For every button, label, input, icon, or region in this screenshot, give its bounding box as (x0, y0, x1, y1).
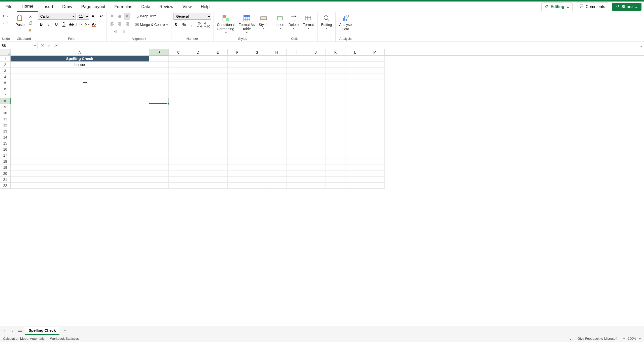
cell[interactable] (169, 98, 188, 104)
cell[interactable] (208, 62, 228, 68)
cell[interactable] (287, 98, 306, 104)
cell[interactable] (169, 122, 188, 128)
cell[interactable] (149, 62, 169, 68)
cell[interactable] (228, 86, 247, 92)
cell[interactable] (247, 86, 267, 92)
cell[interactable] (287, 116, 306, 122)
number-format-select[interactable]: General (173, 13, 211, 20)
cell[interactable] (267, 62, 287, 68)
cell[interactable] (188, 68, 208, 74)
cell[interactable] (306, 177, 326, 183)
percent-button[interactable]: % (181, 22, 188, 28)
cell[interactable] (345, 152, 365, 158)
cell[interactable] (247, 92, 267, 98)
cell[interactable] (267, 68, 287, 74)
cell[interactable] (247, 122, 267, 128)
cell[interactable] (149, 56, 169, 62)
cell[interactable] (306, 122, 326, 128)
select-all-corner[interactable] (0, 49, 11, 55)
cell[interactable] (267, 98, 287, 104)
cell[interactable] (169, 80, 188, 86)
cell[interactable] (267, 170, 287, 177)
cell[interactable] (267, 128, 287, 134)
cell[interactable] (326, 183, 345, 189)
cell[interactable] (228, 158, 247, 164)
cell[interactable] (228, 68, 247, 74)
cell[interactable] (149, 110, 169, 116)
workbook-stats-button[interactable]: Workbook Statistics (50, 337, 79, 340)
cell[interactable] (149, 74, 169, 80)
cell[interactable] (188, 140, 208, 146)
cell[interactable] (326, 152, 345, 158)
cell[interactable] (306, 158, 326, 164)
column-header[interactable]: I (287, 49, 306, 55)
cell[interactable] (345, 140, 365, 146)
italic-button[interactable]: I (46, 21, 52, 28)
cell[interactable] (365, 98, 385, 104)
cell[interactable] (188, 177, 208, 183)
cell[interactable] (149, 134, 169, 140)
cell[interactable] (365, 146, 385, 152)
share-button[interactable]: Share ⌄ (612, 3, 641, 11)
cell[interactable] (169, 74, 188, 80)
cell[interactable] (326, 92, 345, 98)
cell[interactable] (287, 164, 306, 170)
cell[interactable]: Spelling Check (11, 56, 149, 62)
cell[interactable] (267, 116, 287, 122)
cell[interactable] (188, 146, 208, 152)
cell[interactable] (345, 177, 365, 183)
cell[interactable] (365, 158, 385, 164)
cell[interactable] (208, 183, 228, 189)
cell[interactable] (11, 80, 149, 86)
tab-formulas[interactable]: Formulas (110, 2, 137, 12)
cell[interactable] (169, 116, 188, 122)
cell[interactable] (365, 56, 385, 62)
cell[interactable] (247, 164, 267, 170)
cell[interactable] (149, 122, 169, 128)
cell[interactable] (287, 122, 306, 128)
cell[interactable] (365, 116, 385, 122)
cell[interactable] (169, 134, 188, 140)
cell[interactable] (365, 183, 385, 189)
cell[interactable] (345, 122, 365, 128)
cell[interactable] (208, 152, 228, 158)
cell[interactable] (306, 183, 326, 189)
cell[interactable] (149, 86, 169, 92)
cell[interactable] (326, 62, 345, 68)
cell[interactable] (188, 128, 208, 134)
cell[interactable] (11, 140, 149, 146)
cell[interactable] (247, 116, 267, 122)
format-as-table-button[interactable]: Format As Table (237, 13, 256, 35)
cut-button[interactable] (27, 13, 34, 20)
collapse-ribbon-button[interactable]: ⌃ (639, 14, 642, 18)
cell[interactable] (287, 86, 306, 92)
cell[interactable] (326, 104, 345, 110)
cell[interactable] (267, 80, 287, 86)
cell[interactable] (267, 92, 287, 98)
cell[interactable] (208, 146, 228, 152)
cell[interactable] (149, 98, 169, 104)
cell[interactable] (228, 134, 247, 140)
row-header[interactable]: 20 (0, 170, 11, 177)
cell[interactable] (149, 128, 169, 134)
cell[interactable] (365, 170, 385, 177)
cell[interactable] (208, 68, 228, 74)
tab-review[interactable]: Review (155, 2, 178, 12)
cell[interactable] (228, 146, 247, 152)
cell[interactable] (306, 98, 326, 104)
decrease-indent-button[interactable] (113, 28, 119, 35)
cell[interactable] (267, 104, 287, 110)
column-header[interactable]: F (228, 49, 247, 55)
row-header[interactable]: 10 (0, 110, 11, 116)
cell[interactable] (365, 134, 385, 140)
cell[interactable] (247, 56, 267, 62)
cell[interactable] (228, 104, 247, 110)
cell[interactable] (228, 122, 247, 128)
cell[interactable] (169, 164, 188, 170)
merge-center-button[interactable]: Merge & Centre (133, 22, 169, 28)
cell[interactable] (306, 146, 326, 152)
cell[interactable] (287, 183, 306, 189)
cell[interactable] (188, 56, 208, 62)
cell[interactable] (345, 74, 365, 80)
align-center-button[interactable] (116, 21, 123, 27)
